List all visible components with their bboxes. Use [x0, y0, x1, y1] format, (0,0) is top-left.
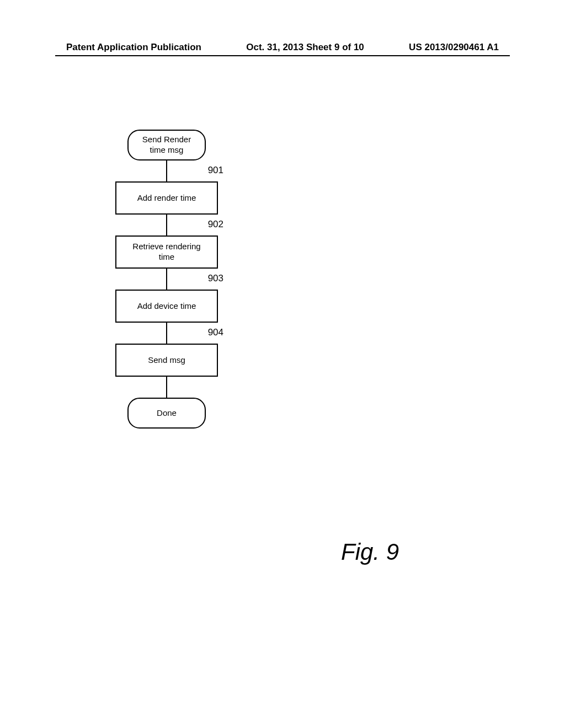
page-header: Patent Application Publication Oct. 31, …: [0, 42, 565, 53]
connector-line: [166, 215, 167, 235]
connector-line: [166, 160, 167, 181]
flowchart-end-label: Done: [157, 408, 177, 419]
process-label: Send msg: [148, 355, 185, 366]
flowchart-connector: 902: [115, 215, 218, 235]
step-ref: 904: [208, 327, 223, 338]
process-label: Add device time: [137, 301, 196, 312]
flowchart-connector: 903: [115, 269, 218, 290]
step-ref: 902: [208, 219, 223, 230]
flowchart-connector: [115, 377, 218, 398]
flowchart-end-terminal: Done: [127, 398, 206, 429]
header-sheet-info: Oct. 31, 2013 Sheet 9 of 10: [246, 42, 364, 53]
figure-number-label: Fig. 9: [341, 539, 399, 565]
flowchart-process-box: Send msg: [115, 344, 218, 377]
connector-line: [166, 377, 167, 398]
flowchart-connector: 901: [115, 160, 218, 181]
flowchart-process-box: Retrieve renderingtime: [115, 235, 218, 269]
flowchart-start-label: Send Rendertime msg: [142, 135, 191, 156]
flowchart: Send Rendertime msg 901 Add render time …: [100, 130, 233, 429]
step-ref: 901: [208, 165, 223, 176]
header-publication: Patent Application Publication: [66, 42, 201, 53]
header-patent-number: US 2013/0290461 A1: [409, 42, 499, 53]
connector-line: [166, 269, 167, 290]
process-label: Retrieve renderingtime: [132, 242, 200, 263]
connector-line: [166, 323, 167, 344]
flowchart-process-box: Add render time: [115, 181, 218, 215]
flowchart-connector: 904: [115, 323, 218, 344]
header-divider: [55, 55, 510, 56]
flowchart-start-terminal: Send Rendertime msg: [127, 130, 206, 160]
step-ref: 903: [208, 273, 223, 284]
process-label: Add render time: [137, 193, 196, 204]
flowchart-process-box: Add device time: [115, 290, 218, 323]
